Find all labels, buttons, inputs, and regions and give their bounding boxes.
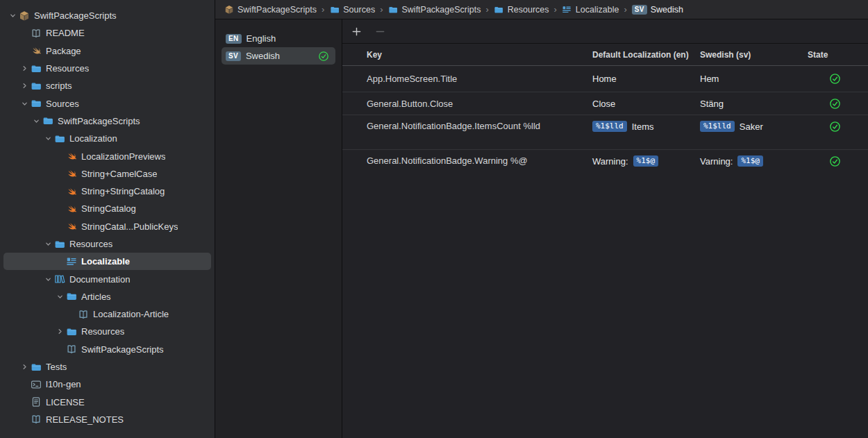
folder-icon bbox=[42, 115, 53, 127]
sidebar-item-label: SwiftPackageScripts bbox=[34, 10, 117, 21]
sidebar-item-swiftpackagescripts[interactable]: SwiftPackageScripts bbox=[0, 341, 215, 358]
remove-string-button[interactable] bbox=[375, 26, 385, 37]
chevron-right-icon[interactable] bbox=[19, 63, 30, 74]
sidebar-item-label: StringCatal...PublicKeys bbox=[81, 221, 178, 232]
minus-icon bbox=[375, 26, 385, 37]
table-row[interactable]: General.Button.Close Close Stäng bbox=[342, 92, 868, 115]
sv-cell[interactable]: Varning:%1$@ bbox=[694, 155, 802, 167]
package-icon bbox=[18, 10, 30, 22]
table-row[interactable]: App.HomeScreen.Title Home Hem bbox=[342, 66, 868, 92]
chevron-down-icon[interactable] bbox=[19, 98, 30, 109]
sidebar-item-label: Resources bbox=[46, 63, 89, 74]
checkmark-icon bbox=[318, 51, 329, 62]
sidebar-item-swiftpackagescripts[interactable]: SwiftPackageScripts bbox=[0, 7, 215, 24]
breadcrumb-item-resources[interactable]: Resources bbox=[494, 4, 549, 15]
key-cell[interactable]: General.NotificationBadge.ItemsCount %ll… bbox=[342, 121, 587, 131]
en-cell[interactable]: %1$lldItems bbox=[587, 121, 694, 132]
sidebar-item-localization-article[interactable]: Localization-Article bbox=[0, 305, 215, 323]
table-row[interactable]: General.NotificationBadge.ItemsCount %ll… bbox=[342, 115, 868, 150]
chevron-spacer bbox=[19, 396, 30, 407]
book-doc-icon bbox=[65, 344, 77, 355]
swift-icon bbox=[65, 221, 77, 233]
sidebar-item-localizable[interactable]: Localizable bbox=[0, 253, 215, 270]
breadcrumb-item-swiftpackagescripts[interactable]: SwiftPackageScripts bbox=[224, 4, 317, 15]
language-row-swedish[interactable]: SVSwedish bbox=[215, 47, 342, 65]
format-token: %1$@ bbox=[737, 155, 763, 167]
sidebar-item-documentation[interactable]: Documentation bbox=[0, 270, 215, 287]
breadcrumb-item-sources[interactable]: Sources bbox=[329, 4, 375, 15]
sv-cell[interactable]: Stäng bbox=[694, 99, 802, 109]
format-token: %1$lld bbox=[592, 121, 627, 132]
sidebar-item-l10n-gen[interactable]: l10n-gen bbox=[0, 376, 215, 393]
sidebar-item-release-notes[interactable]: RELEASE_NOTES bbox=[0, 411, 215, 428]
key-cell[interactable]: General.NotificationBadge.Warning %@ bbox=[342, 155, 587, 166]
folder-icon bbox=[30, 62, 42, 74]
chevron-down-icon[interactable] bbox=[42, 273, 53, 285]
sidebar-item-stringcatalog[interactable]: StringCatalog bbox=[0, 200, 215, 217]
column-header-en: Default Localization (en) bbox=[587, 50, 694, 60]
sv-cell[interactable]: %1$lldSaker bbox=[694, 121, 802, 132]
breadcrumb-separator: › bbox=[554, 4, 557, 15]
chevron-down-icon[interactable] bbox=[7, 10, 18, 22]
sidebar-item-label: Localizable bbox=[81, 256, 130, 267]
language-row-english[interactable]: ENEnglish bbox=[215, 30, 342, 47]
sidebar-item-package[interactable]: Package bbox=[0, 42, 215, 60]
key-cell[interactable]: App.HomeScreen.Title bbox=[342, 74, 587, 84]
chevron-right-icon[interactable] bbox=[19, 81, 30, 92]
sidebar-item-string-stringcatalog[interactable]: String+StringCatalog bbox=[0, 183, 215, 200]
key-cell[interactable]: General.Button.Close bbox=[342, 99, 587, 109]
sidebar-item-resources[interactable]: Resources bbox=[0, 60, 215, 77]
book-doc-icon bbox=[77, 308, 89, 320]
sidebar-item-localizationpreviews[interactable]: LocalizationPreviews bbox=[0, 147, 215, 165]
chevron-spacer bbox=[54, 256, 65, 267]
breadcrumb-item-swiftpackagescripts[interactable]: SwiftPackageScripts bbox=[387, 4, 481, 15]
swift-icon bbox=[65, 168, 77, 180]
chevron-down-icon[interactable] bbox=[31, 115, 42, 126]
file-navigator: SwiftPackageScriptsREADMEPackageResource… bbox=[0, 0, 215, 438]
en-cell[interactable]: Close bbox=[587, 99, 694, 109]
folder-icon bbox=[387, 4, 398, 15]
chevron-spacer bbox=[54, 151, 65, 162]
sidebar-item-resources[interactable]: Resources bbox=[0, 323, 215, 340]
breadcrumb-separator: › bbox=[624, 4, 626, 15]
sidebar-item-tests[interactable]: Tests bbox=[0, 358, 215, 376]
language-label: English bbox=[247, 33, 276, 44]
sidebar-item-label: README bbox=[46, 28, 85, 38]
sidebar-item-swiftpackagescripts[interactable]: SwiftPackageScripts bbox=[0, 112, 215, 130]
sv-cell[interactable]: Hem bbox=[694, 74, 802, 84]
editor-toolbar bbox=[342, 19, 868, 43]
table-row[interactable]: General.NotificationBadge.Warning %@ War… bbox=[342, 150, 868, 185]
column-header-state: State bbox=[802, 50, 868, 60]
add-string-button[interactable] bbox=[351, 26, 362, 37]
sidebar-item-stringcatal-publickeys[interactable]: StringCatal...PublicKeys bbox=[0, 218, 215, 235]
sidebar-item-localization[interactable]: Localization bbox=[0, 130, 215, 147]
sidebar-item-label: Resources bbox=[69, 239, 112, 249]
folder-icon bbox=[30, 361, 42, 373]
package-icon bbox=[224, 4, 234, 15]
sidebar-item-label: String+CamelCase bbox=[81, 169, 157, 179]
sidebar-item-readme[interactable]: README bbox=[0, 24, 215, 42]
sidebar-item-sources[interactable]: Sources bbox=[0, 94, 215, 112]
sidebar-item-scripts[interactable]: scripts bbox=[0, 77, 215, 94]
table-header: Key Default Localization (en) Swedish (s… bbox=[342, 43, 868, 66]
en-cell[interactable]: Warning:%1$@ bbox=[587, 155, 694, 167]
state-cell bbox=[802, 98, 868, 110]
sidebar-item-string-camelcase[interactable]: String+CamelCase bbox=[0, 165, 215, 183]
breadcrumb-item-localizable[interactable]: Localizable bbox=[562, 4, 619, 15]
breadcrumb-item-swedish[interactable]: SVSwedish bbox=[632, 5, 683, 15]
format-token: %1$@ bbox=[633, 155, 659, 167]
en-cell[interactable]: Home bbox=[587, 74, 694, 84]
chevron-down-icon[interactable] bbox=[42, 133, 53, 144]
sidebar-item-resources[interactable]: Resources bbox=[0, 235, 215, 253]
sidebar-item-articles[interactable]: Articles bbox=[0, 288, 215, 305]
chevron-down-icon[interactable] bbox=[42, 239, 53, 250]
chevron-right-icon[interactable] bbox=[54, 326, 65, 337]
chevron-right-icon[interactable] bbox=[19, 362, 30, 373]
state-ok-icon bbox=[829, 121, 841, 133]
folder-icon bbox=[494, 4, 504, 15]
sidebar-item-label: Sources bbox=[46, 99, 79, 109]
catalog-icon bbox=[562, 4, 572, 15]
sidebar-item-license[interactable]: LICENSE bbox=[0, 394, 215, 411]
sidebar-item-label: RELEASE_NOTES bbox=[46, 414, 124, 425]
chevron-down-icon[interactable] bbox=[54, 291, 65, 302]
